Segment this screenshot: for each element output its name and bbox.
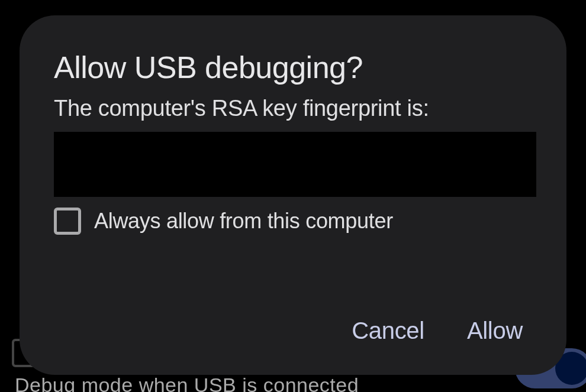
dialog-title: Allow USB debugging? [54, 50, 532, 85]
rsa-fingerprint-redacted [54, 132, 536, 197]
always-allow-label: Always allow from this computer [94, 209, 393, 234]
always-allow-checkbox[interactable] [54, 208, 81, 235]
dialog-message: The computer's RSA key fingerprint is: [54, 96, 532, 121]
usb-debugging-dialog: Allow USB debugging? The computer's RSA … [20, 15, 566, 375]
cancel-button[interactable]: Cancel [352, 318, 424, 344]
allow-button[interactable]: Allow [467, 318, 523, 344]
usb-debugging-description: Debug mode when USB is connected [15, 374, 359, 392]
always-allow-checkbox-row[interactable]: Always allow from this computer [54, 208, 532, 235]
dialog-button-row: Cancel Allow [54, 318, 532, 351]
